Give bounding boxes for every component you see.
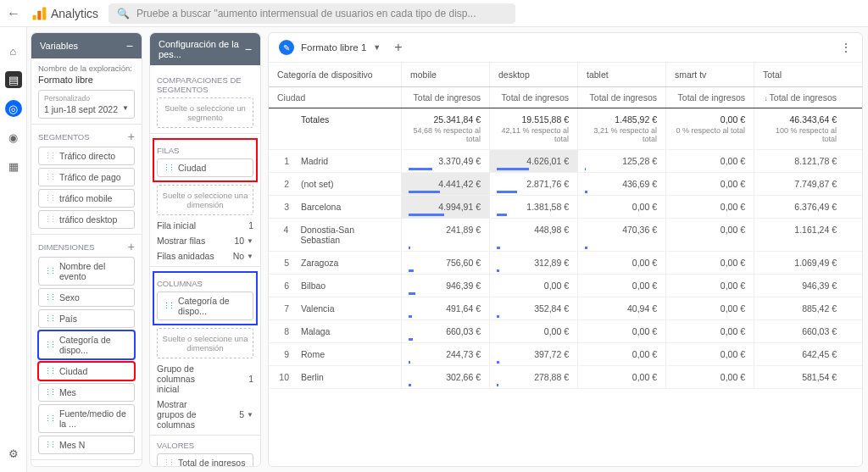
edit-icon[interactable]: ✎: [279, 40, 294, 55]
chip-label: Mes: [59, 387, 76, 397]
data-table[interactable]: Categoría de dispositivo mobile desktop …: [269, 63, 862, 466]
chip-item[interactable]: ⋮⋮Categoría de dispo...: [38, 330, 135, 359]
row-index: 2: [277, 179, 289, 189]
chip-item[interactable]: ⋮⋮Mes N: [38, 436, 135, 454]
nav-config-icon[interactable]: ▦: [5, 158, 22, 175]
settings-icon[interactable]: ⚙: [5, 445, 22, 462]
table-row[interactable]: 1Madrid3.370,49 €4.626,01 €125,28 €0,00 …: [269, 150, 862, 173]
date-range-field[interactable]: Personalizado 1 jun-18 sept 2022 ▼: [38, 90, 135, 119]
add-tab-button[interactable]: +: [394, 40, 402, 55]
data-cell: 885,42 €: [754, 297, 845, 319]
table-row[interactable]: 10Berlin302,66 €278,88 €0,00 €0,00 €581,…: [269, 366, 862, 389]
chip-item[interactable]: ⋮⋮Tráfico de pago: [38, 168, 135, 186]
dimensions-label: DIMENSIONES: [38, 242, 95, 252]
table-row[interactable]: 5Zaragoza756,60 €312,89 €0,00 €0,00 €1.0…: [269, 252, 862, 275]
search-field[interactable]: 🔍 Pruebe a buscar "aumento intermensual …: [108, 3, 515, 24]
add-dimension-button[interactable]: +: [128, 240, 135, 253]
metric-header-sort[interactable]: ↓Total de ingresos: [754, 87, 845, 108]
data-cell: 0,00 €: [489, 320, 577, 342]
col-total[interactable]: Total: [754, 63, 845, 86]
chevron-down-icon: ▼: [247, 253, 253, 260]
chip-item[interactable]: ⋮⋮Ciudad: [157, 158, 253, 177]
col-desktop[interactable]: desktop: [489, 63, 577, 86]
mostrar-filas-select[interactable]: 10 ▼: [234, 236, 253, 246]
chip-item[interactable]: ⋮⋮tráfico mobile: [38, 189, 135, 208]
data-cell: 642,45 €: [754, 343, 845, 365]
fila-inicial-value[interactable]: 1: [248, 220, 253, 230]
chip-item[interactable]: ⋮⋮Tráfico directo: [38, 147, 135, 165]
chip-item[interactable]: ⋮⋮Categoría de dispo...: [157, 292, 253, 320]
row-name: Madrid: [301, 156, 328, 166]
nav-ads-icon[interactable]: ◉: [5, 129, 22, 146]
data-cell: 491,64 €: [401, 297, 489, 319]
data-cell: 0,00 €: [577, 320, 665, 342]
drag-handle-icon: ⋮⋮: [163, 164, 173, 172]
more-icon[interactable]: ⋮: [840, 41, 852, 54]
nav-explore-icon[interactable]: ◎: [5, 100, 22, 117]
values-label: VALORES: [157, 441, 194, 450]
collapse-icon[interactable]: −: [126, 39, 133, 53]
grupo-inicial-value[interactable]: 1: [248, 374, 253, 384]
data-cell: 436,69 €: [577, 173, 665, 195]
logo-icon: [31, 5, 47, 22]
table-row[interactable]: 9Rome244,73 €397,72 €0,00 €0,00 €642,45 …: [269, 343, 862, 366]
search-placeholder: Pruebe a buscar "aumento intermensual de…: [136, 8, 476, 19]
drag-handle-icon: ⋮⋮: [44, 441, 54, 449]
table-row[interactable]: 8Malaga660,03 €0,00 €0,00 €0,00 €660,03 …: [269, 320, 862, 343]
chip-label: tráfico mobile: [59, 193, 112, 203]
chip-item[interactable]: ⋮⋮Mes: [38, 383, 135, 402]
data-cell: 0,00 €: [577, 196, 665, 218]
drag-handle-icon: ⋮⋮: [44, 367, 54, 375]
chevron-down-icon[interactable]: ▼: [373, 43, 381, 52]
filas-anidadas-label: Filas anidadas: [157, 251, 214, 261]
rows-label: FILAS: [157, 146, 179, 155]
collapse-icon[interactable]: −: [245, 42, 252, 56]
chip-item[interactable]: ⋮⋮Nombre del evento: [38, 257, 135, 286]
chip-item[interactable]: ⋮⋮País: [38, 309, 135, 328]
data-cell: 0,00 €: [665, 343, 754, 365]
data-cell: 1.161,24 €: [754, 219, 845, 251]
comparisons-label: COMPARACIONES DE SEGMENTOS: [157, 75, 253, 94]
chip-label: tráfico desktop: [59, 214, 117, 225]
add-segment-button[interactable]: +: [128, 130, 135, 143]
metric-header: Total de ingresos: [401, 87, 489, 108]
segment-dropzone[interactable]: Suelte o seleccione un segmento: [157, 97, 253, 128]
data-cell: 0,00 €: [665, 173, 754, 195]
chip-label: Sexo: [59, 292, 80, 303]
row-name: Malaga: [301, 326, 330, 336]
column-dropzone[interactable]: Suelte o seleccione una dimensión: [157, 328, 253, 358]
chip-item[interactable]: ⋮⋮Fuente/medio de la ...: [38, 404, 135, 433]
filas-anidadas-select[interactable]: No ▼: [233, 251, 253, 261]
col-mobile[interactable]: mobile: [401, 63, 489, 86]
table-row[interactable]: 4Donostia-San Sebastian241,89 €448,98 €4…: [269, 219, 862, 252]
chip-label: Tráfico de pago: [59, 172, 121, 182]
table-row[interactable]: 7Valencia491,64 €352,84 €40,94 €0,00 €88…: [269, 297, 862, 320]
back-icon[interactable]: ←: [7, 6, 20, 21]
data-cell: 0,00 €: [665, 252, 754, 274]
chip-item[interactable]: ⋮⋮Total de ingresos: [157, 453, 253, 466]
data-cell: 0,00 €: [577, 343, 665, 365]
chip-item[interactable]: ⋮⋮Ciudad: [38, 362, 135, 380]
chevron-down-icon: ▼: [122, 104, 129, 114]
drag-handle-icon: ⋮⋮: [44, 173, 54, 181]
mostrar-grupos-select[interactable]: 5 ▼: [239, 409, 253, 419]
table-row[interactable]: 3Barcelona4.994,91 €1.381,58 €0,00 €0,00…: [269, 196, 862, 219]
col-tablet[interactable]: tablet: [577, 63, 665, 86]
add-metric-button[interactable]: +: [128, 465, 135, 466]
table-row[interactable]: 2(not set)4.441,42 €2.871,76 €436,69 €0,…: [269, 173, 862, 196]
chip-item[interactable]: ⋮⋮Sexo: [38, 288, 135, 307]
totals-label: Totales: [301, 114, 329, 143]
chip-item[interactable]: ⋮⋮tráfico desktop: [38, 210, 135, 229]
exploration-name[interactable]: Formato libre: [38, 75, 135, 85]
nav-report-icon[interactable]: ▤: [5, 71, 22, 88]
col-smarttv[interactable]: smart tv: [665, 63, 754, 86]
analytics-logo[interactable]: Analytics: [31, 5, 98, 22]
chip-label: Mes N: [59, 440, 85, 450]
active-tab[interactable]: Formato libre 1: [301, 42, 366, 53]
nav-home-icon[interactable]: ⌂: [5, 42, 22, 59]
svg-rect-1: [37, 10, 41, 19]
total-cell: 46.343,64 €100 % respecto al total: [754, 108, 845, 149]
row-dropzone[interactable]: Suelte o seleccione una dimensión: [157, 185, 253, 215]
table-row[interactable]: 6Bilbao946,39 €0,00 €0,00 €0,00 €946,39 …: [269, 275, 862, 297]
data-cell: 40,94 €: [577, 297, 665, 319]
